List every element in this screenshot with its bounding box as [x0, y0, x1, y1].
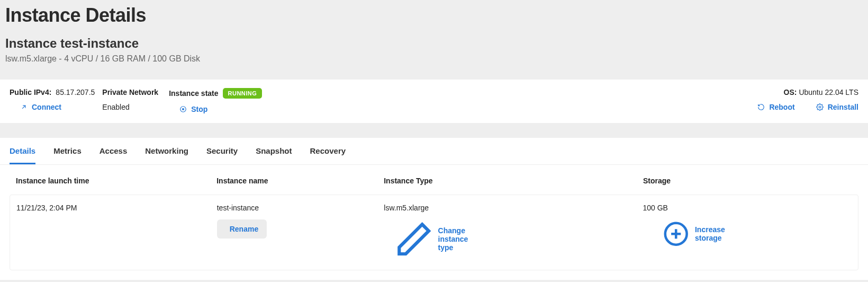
private-network-label: Private Network	[102, 88, 158, 96]
info-strip: Public IPv4: 85.17.207.5 Connect Private…	[0, 80, 868, 123]
connect-button[interactable]: Connect	[10, 103, 95, 111]
change-type-label: Change instance type	[438, 226, 475, 252]
os-label: OS:	[784, 88, 797, 96]
instance-spec: lsw.m5.xlarge - 4 vCPU / 16 GB RAM / 100…	[5, 54, 863, 64]
tab-details[interactable]: Details	[10, 138, 35, 164]
plus-circle-icon	[662, 219, 690, 248]
reinstall-icon	[816, 103, 824, 111]
reboot-label: Reboot	[769, 103, 794, 111]
type-value: lsw.m5.xlarge	[384, 204, 643, 212]
tab-networking[interactable]: Networking	[145, 138, 188, 164]
table-header: Instance launch time Instance name Insta…	[10, 165, 858, 185]
col-storage: Storage	[643, 177, 852, 185]
storage-value: 100 GB	[643, 204, 852, 212]
public-ip-block: Public IPv4: 85.17.207.5 Connect	[10, 88, 95, 111]
public-ip-value: 85.17.207.5	[56, 88, 95, 96]
increase-storage-button[interactable]: Increase storage	[643, 219, 725, 248]
rename-label: Rename	[230, 225, 258, 233]
rename-button[interactable]: Rename	[217, 219, 267, 239]
cell-type: lsw.m5.xlarge Change instance type	[384, 204, 643, 260]
reinstall-button[interactable]: Reinstall	[816, 103, 858, 111]
reinstall-label: Reinstall	[828, 103, 858, 111]
increase-storage-label: Increase storage	[695, 225, 725, 242]
page-title: Instance Details	[5, 4, 863, 27]
pencil-icon	[394, 219, 433, 259]
stop-label: Stop	[191, 105, 207, 113]
col-type: Instance Type	[384, 177, 643, 185]
instance-state-block: Instance state RUNNING Stop	[169, 88, 262, 113]
reboot-icon	[757, 103, 765, 111]
cell-launch: 11/21/23, 2:04 PM	[16, 204, 217, 260]
private-network-block: Private Network Enabled	[102, 88, 158, 111]
status-badge: RUNNING	[223, 88, 263, 99]
tab-snapshot[interactable]: Snapshot	[256, 138, 292, 164]
table-row: 11/21/23, 2:04 PM test-instance Rename l…	[10, 195, 858, 270]
stop-button[interactable]: Stop	[169, 105, 262, 113]
right-actions: OS: Ubuntu 22.04 LTS Reboot Reinstall	[757, 88, 858, 111]
svg-point-2	[819, 106, 821, 108]
svg-rect-1	[182, 108, 184, 110]
details-panel: Instance launch time Instance name Insta…	[0, 165, 868, 280]
col-launch: Instance launch time	[16, 177, 216, 185]
tab-recovery[interactable]: Recovery	[310, 138, 346, 164]
os-value: Ubuntu 22.04 LTS	[799, 88, 858, 96]
name-value: test-instance	[217, 204, 384, 212]
reboot-button[interactable]: Reboot	[757, 103, 794, 111]
col-name: Instance name	[216, 177, 384, 185]
tab-metrics[interactable]: Metrics	[53, 138, 82, 164]
instance-state-label: Instance state	[169, 89, 218, 98]
instance-title: Instance test-instance	[5, 36, 863, 51]
tab-security[interactable]: Security	[206, 138, 238, 164]
public-ip-label: Public IPv4:	[10, 88, 51, 96]
change-type-button[interactable]: Change instance type	[384, 219, 475, 259]
connect-label: Connect	[32, 103, 61, 111]
tab-access[interactable]: Access	[100, 138, 128, 164]
cell-storage: 100 GB Increase storage	[643, 204, 852, 260]
external-link-icon	[20, 103, 28, 111]
tabs: Details Metrics Access Networking Securi…	[0, 138, 868, 165]
cell-name: test-instance Rename	[217, 204, 384, 260]
stop-icon	[179, 105, 187, 113]
launch-value: 11/21/23, 2:04 PM	[16, 204, 217, 212]
private-network-value: Enabled	[102, 103, 158, 111]
